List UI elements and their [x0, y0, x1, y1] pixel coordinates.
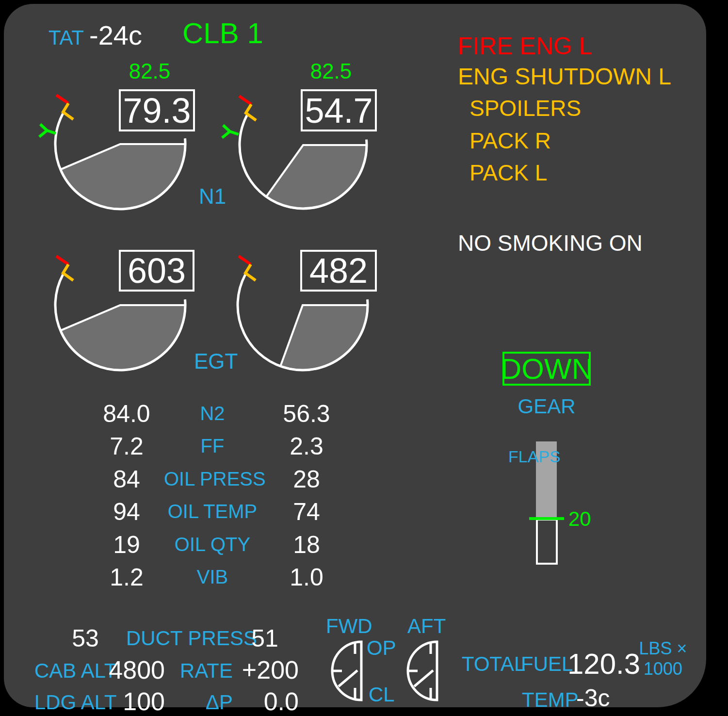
egt-right-redline-tick-icon — [239, 256, 251, 264]
total-fuel-value: 120.3 — [567, 647, 640, 681]
engine-row-label: OIL QTY — [164, 534, 261, 555]
egt-left-redline-tick-icon — [56, 256, 68, 264]
engine-row-right-value: 18 — [268, 531, 345, 559]
engine-row-right-value: 1.0 — [268, 563, 345, 591]
engine-row-right-value: 74 — [268, 498, 345, 526]
thrust-mode: CLB 1 — [182, 16, 263, 50]
engine-row-left-value: 84.0 — [88, 400, 165, 428]
engine-row-label: FF — [164, 435, 261, 457]
n1-right-amber-tick-icon — [246, 104, 256, 120]
n1-value-right: 54.7 — [305, 91, 372, 130]
egt-left-amber-tick-icon — [63, 264, 73, 280]
egt-right-fill-sector — [280, 305, 368, 370]
n1-label: N1 — [199, 184, 226, 209]
ldg-alt-value: 100 — [91, 687, 165, 716]
n1-left-target-bug-icon — [39, 124, 56, 137]
fwd-valve-gauge — [332, 642, 361, 700]
fwd-valve-label: FWD — [326, 615, 372, 638]
engine-row-left-value: 7.2 — [88, 432, 165, 460]
engine-row-left-value: 1.2 — [88, 563, 165, 591]
n1-left-amber-tick-icon — [63, 103, 73, 119]
n1-right-redline-tick-icon — [239, 96, 251, 104]
fuel-units-line1: LBS × — [636, 638, 690, 659]
fuel-temp-value: -3c — [576, 684, 610, 712]
n1-target-right: 82.5 — [293, 59, 369, 83]
aft-valve-gauge — [408, 642, 437, 700]
engine-row-right-value: 56.3 — [268, 400, 345, 428]
caution-message: SPOILERS — [469, 95, 581, 121]
egt-right-amber-tick-icon — [245, 264, 256, 280]
n1-readout-right: 54.7 — [301, 89, 377, 131]
n1-right-fill-sector — [266, 145, 367, 209]
egt-value-left: 603 — [128, 251, 186, 291]
caution-message: ENG SHUTDOWN L — [458, 63, 671, 90]
flaps-position-value: 20 — [568, 507, 591, 531]
engine-row-label: OIL TEMP — [164, 501, 261, 522]
fuel-temp-label: TEMP — [522, 688, 579, 712]
fuel-label: FUEL — [521, 652, 573, 676]
aft-valve-needle-icon — [414, 670, 433, 686]
egt-readout-right: 482 — [300, 250, 377, 292]
engine-row-left-value: 84 — [88, 465, 165, 493]
n1-left-fill-sector — [61, 144, 185, 209]
warning-message: FIRE ENG L — [458, 32, 593, 60]
engine-row-right-value: 2.3 — [268, 432, 345, 460]
rate-value: +200 — [212, 655, 299, 684]
flaps-label: FLAPS — [508, 447, 526, 466]
fuel-units-line2: 1000 — [636, 659, 690, 679]
duct-press-label: DUCT PRESS — [126, 627, 257, 650]
caution-message: PACK R — [469, 128, 551, 154]
engine-row-label: N2 — [164, 403, 261, 424]
tat-value: -24c — [89, 19, 142, 51]
n1-readout-left: 79.3 — [119, 89, 195, 131]
egt-value-right: 482 — [309, 251, 368, 291]
caution-message: PACK L — [469, 160, 547, 186]
delta-p-value: 0.0 — [212, 687, 299, 716]
engine-row-left-value: 94 — [88, 498, 165, 526]
n1-left-redline-tick-icon — [56, 95, 68, 103]
engine-row-left-value: 19 — [88, 531, 165, 559]
egt-left-fill-sector — [61, 305, 185, 370]
egt-label: EGT — [194, 349, 238, 374]
n1-value-left: 79.3 — [123, 91, 191, 130]
memo-message: NO SMOKING ON — [458, 230, 643, 256]
total-label: TOTAL — [462, 652, 525, 676]
engine-row-label: OIL PRESS — [164, 468, 261, 490]
aft-valve-label: AFT — [407, 615, 446, 638]
fwd-valve-needle-icon — [339, 670, 357, 686]
egt-readout-left: 603 — [119, 250, 194, 292]
valve-open-label: OP — [367, 636, 396, 660]
valve-closed-label: CL — [369, 683, 395, 706]
gear-status-box: DOWN — [502, 352, 591, 386]
eicas-panel: TAT -24c CLB 1 82.5 82.5 79.3 54.7 N1 60… — [4, 4, 706, 707]
flaps-scale-box — [537, 520, 557, 564]
duct-press-left-value: 53 — [61, 624, 110, 652]
engine-row-right-value: 28 — [268, 465, 345, 493]
tat-label: TAT — [49, 26, 84, 49]
aft-valve-ticks-icon — [408, 643, 431, 699]
fwd-valve-ticks-icon — [332, 643, 355, 699]
n1-target-left: 82.5 — [112, 59, 188, 83]
gear-status: DOWN — [501, 352, 593, 386]
cab-alt-value: 4800 — [91, 655, 165, 684]
duct-press-right-value: 51 — [241, 624, 289, 652]
n1-right-target-bug-icon — [222, 125, 239, 138]
gear-label: GEAR — [502, 395, 591, 418]
engine-row-label: VIB — [164, 566, 261, 588]
